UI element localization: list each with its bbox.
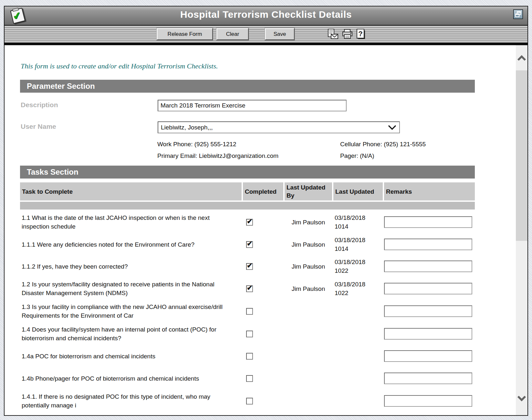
task-text: 1.1.2 If yes, have they been corrected? — [20, 262, 242, 271]
primary-email-text: Primary Email: LiebiwitzJ@organization.c… — [157, 152, 278, 159]
task-checkbox[interactable] — [246, 331, 253, 337]
task-completed-cell — [243, 285, 283, 292]
user-name-label: User Name — [21, 123, 56, 130]
task-updated-date-line: 03/18/2018 — [335, 280, 383, 289]
task-remarks-input[interactable] — [384, 328, 472, 340]
clear-button[interactable]: Clear — [216, 28, 249, 40]
save-button[interactable]: Save — [265, 28, 295, 40]
task-completed-cell — [243, 331, 283, 337]
table-row: 1.1.2 If yes, have they been corrected? … — [20, 258, 475, 275]
scroll-down-icon[interactable] — [517, 395, 527, 402]
tasks-section-header: Tasks Section — [20, 166, 475, 179]
table-group-row — [20, 202, 475, 210]
task-checkbox[interactable] — [246, 241, 253, 248]
col-remarks: Remarks — [384, 182, 475, 200]
app-window: ✔ Hospital Terrorism Checklist Details R… — [4, 6, 528, 416]
cellular-phone-text: Cellular Phone: (925) 121-5555 — [340, 141, 426, 148]
task-text: 1.4b Phone/pager for POC of bioterrorism… — [20, 374, 242, 383]
task-completed-cell — [243, 241, 283, 248]
task-remarks-input[interactable] — [384, 350, 472, 362]
task-remarks-input[interactable] — [384, 216, 472, 228]
intro-text: This form is used to create and/or edit … — [21, 62, 218, 70]
task-remarks-input[interactable] — [384, 305, 472, 317]
task-updated-by: Jim Paulson — [285, 284, 332, 293]
task-updated-date: 03/18/2018 1022 — [333, 280, 383, 297]
table-row: 1.4b Phone/pager for POC of bioterrorism… — [20, 369, 475, 387]
task-remarks-cell — [384, 305, 475, 317]
task-remarks-cell — [384, 373, 475, 384]
table-row: 1.4 Does your facility/system have an in… — [20, 325, 475, 343]
scroll-up-icon[interactable] — [517, 55, 527, 61]
task-completed-cell — [243, 308, 283, 315]
task-remarks-cell — [384, 350, 475, 362]
task-remarks-input[interactable] — [384, 261, 472, 272]
task-table-header: Task to Complete Completed Last Updated … — [20, 182, 475, 200]
task-checkbox[interactable] — [246, 353, 253, 360]
titlebar: ✔ Hospital Terrorism Checklist Details — [5, 6, 527, 26]
task-completed-cell — [243, 375, 283, 382]
table-row: 1.4.1. If there is no designated POC for… — [20, 392, 475, 410]
task-remarks-cell — [384, 395, 475, 407]
table-row: 1.4a POC for bioterrorism and chemical i… — [20, 347, 475, 365]
task-checkbox[interactable] — [246, 375, 253, 382]
task-checkbox[interactable] — [246, 398, 253, 405]
restore-window-icon[interactable] — [513, 9, 523, 19]
task-updated-by: Jim Paulson — [285, 240, 332, 249]
description-label: Description — [21, 101, 58, 109]
task-remarks-cell — [384, 239, 475, 250]
user-name-select[interactable]: Liebiwitz, Joseph,,, — [158, 121, 400, 133]
work-phone-text: Work Phone: (925) 555-1212 — [157, 141, 236, 148]
restore-square-front — [515, 14, 519, 17]
task-updated-time-line: 1022 — [335, 266, 383, 275]
vertical-scrollbar[interactable] — [516, 45, 527, 415]
col-task-to-complete: Task to Complete — [20, 182, 242, 200]
release-form-button[interactable]: Release Form — [157, 28, 213, 40]
parameter-section-header: Parameter Section — [20, 80, 475, 93]
col-last-updated-by: Last Updated By — [285, 182, 332, 200]
table-row: 1.1 What is the date of the last JCAHO i… — [20, 213, 475, 231]
task-updated-by: Jim Paulson — [285, 262, 332, 271]
task-text: 1.2 Is your system/facility designated t… — [20, 280, 242, 297]
task-text: 1.1 What is the date of the last JCAHO i… — [20, 213, 242, 231]
task-remarks-input[interactable] — [384, 239, 472, 250]
col-completed: Completed — [243, 182, 283, 200]
task-updated-time-line: 1022 — [335, 289, 383, 297]
task-text: 1.1.1 Were any deficiencies noted for th… — [20, 240, 242, 249]
table-row: 1.1.1 Were any deficiencies noted for th… — [20, 236, 475, 253]
task-text: 1.4 Does your facility/system have an in… — [20, 325, 242, 343]
toolbar: Release Form Clear Save — [5, 26, 527, 45]
task-remarks-cell — [384, 261, 475, 272]
page-title: Hospital Terrorism Checklist Details — [5, 9, 527, 20]
task-text: 1.4.1. If there is no designated POC for… — [20, 392, 242, 410]
chevron-down-icon — [388, 124, 397, 131]
task-updated-time-line: 1014 — [335, 244, 383, 253]
print-icon[interactable] — [342, 29, 353, 40]
scrollbar-thumb[interactable] — [516, 70, 527, 241]
task-checkbox[interactable] — [246, 285, 253, 292]
task-completed-cell — [243, 219, 283, 226]
task-remarks-cell — [384, 283, 475, 294]
task-completed-cell — [243, 398, 283, 405]
task-checkbox[interactable] — [246, 263, 253, 270]
task-updated-date-line: 03/18/2018 — [335, 236, 383, 244]
task-updated-date: 03/18/2018 1022 — [333, 258, 383, 275]
task-updated-date-line: 03/18/2018 — [335, 213, 383, 222]
help-icon[interactable]: ? — [356, 29, 368, 40]
task-rows: 1.1 What is the date of the last JCAHO i… — [20, 213, 475, 415]
task-remarks-input[interactable] — [384, 283, 472, 294]
task-completed-cell — [243, 353, 283, 360]
task-remarks-input[interactable] — [384, 395, 472, 407]
task-checkbox[interactable] — [246, 308, 253, 315]
task-remarks-input[interactable] — [384, 373, 472, 384]
task-checkbox[interactable] — [246, 219, 253, 226]
table-row: 1.3 Is your facility in compliance with … — [20, 302, 475, 320]
task-updated-date-line: 03/18/2018 — [335, 258, 383, 266]
task-updated-by: Jim Paulson — [285, 218, 332, 227]
task-text: 1.3 Is your facility in compliance with … — [20, 302, 242, 320]
task-remarks-cell — [384, 328, 475, 340]
mail-report-icon[interactable] — [327, 29, 339, 40]
description-input[interactable] — [158, 100, 347, 111]
col-last-updated: Last Updated — [333, 182, 383, 200]
task-completed-cell — [243, 263, 283, 270]
user-name-value: Liebiwitz, Joseph,,, — [161, 124, 213, 131]
